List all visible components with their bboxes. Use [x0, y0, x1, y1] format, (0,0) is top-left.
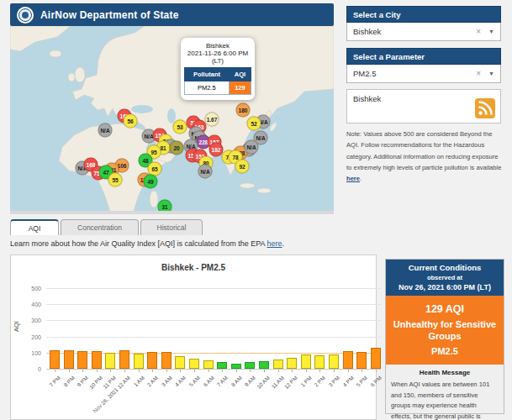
rss-city-box: Bishkek — [346, 89, 501, 123]
aqi-marker[interactable]: 1.67 — [205, 113, 219, 127]
rss-feed-icon[interactable] — [475, 98, 495, 118]
aqi-marker[interactable]: 53 — [173, 120, 187, 134]
y-tick-label: 300 — [19, 318, 41, 323]
tab-historical[interactable]: Historical — [140, 219, 203, 235]
health-message-block: Health Message When AQI values are betwe… — [386, 365, 504, 420]
select-city-header: Select a City — [346, 6, 501, 23]
x-tick-mark — [152, 370, 153, 372]
aqi-marker[interactable]: 55 — [108, 173, 123, 187]
gridline — [46, 337, 381, 338]
airnow-page: AirNow Department of State — [0, 0, 512, 420]
note-here-link[interactable]: here — [346, 175, 360, 182]
x-tick-mark — [319, 370, 320, 372]
x-tick-mark — [180, 370, 181, 372]
current-conditions-header: Current Conditions observed at Nov 26, 2… — [386, 260, 504, 296]
x-tick-label: 7 PM — [48, 375, 61, 388]
aqi-bar[interactable] — [50, 350, 60, 369]
x-tick-label: 9 AM — [244, 375, 256, 387]
current-conditions-title: Current Conditions — [388, 263, 502, 272]
x-tick-label: 4 PM — [341, 375, 355, 388]
popup-aqi-header: AQI — [229, 68, 251, 81]
popup-datetime: 2021-11-26 6:00 PM — [184, 50, 251, 57]
aqi-marker[interactable]: 180 — [236, 103, 251, 118]
aqi-bar[interactable] — [259, 361, 269, 369]
aqi-bar[interactable] — [343, 351, 353, 369]
aqi-bar[interactable] — [175, 356, 185, 369]
learn-more-suffix: . — [282, 239, 285, 248]
aqi-bar[interactable] — [329, 354, 339, 369]
aqi-bar[interactable] — [231, 364, 241, 369]
aqi-bar[interactable] — [134, 354, 144, 369]
select-parameter-header: Select a Parameter — [346, 48, 501, 65]
x-tick-mark — [362, 370, 362, 372]
rss-city-label: Bishkek — [353, 94, 381, 103]
popup-aqi-value: 129 — [229, 81, 251, 95]
aqi-bar[interactable] — [371, 348, 381, 369]
aqi-marker[interactable]: 31 — [158, 200, 172, 214]
x-tick-label: 8 PM — [62, 375, 76, 388]
aqi-bar[interactable] — [217, 362, 227, 369]
x-tick-mark — [97, 370, 98, 372]
popup-table: Pollutant AQI PM2.5 129 — [184, 67, 251, 95]
aqi-marker[interactable]: N/A — [198, 165, 213, 179]
learn-more-body: Learn more about how the Air Quality Ind… — [10, 239, 267, 248]
aqi-marker[interactable]: 56 — [124, 114, 138, 129]
aqi-bar[interactable] — [161, 352, 172, 369]
city-clear-icon[interactable]: × — [476, 27, 481, 36]
aqi-bar[interactable] — [287, 358, 297, 369]
x-tick-mark — [334, 370, 335, 372]
aqi-marker[interactable]: 49 — [144, 175, 158, 189]
aqi-bar[interactable] — [119, 350, 129, 369]
tab-concentration[interactable]: Concentration — [61, 219, 139, 235]
city-select-value: Bishkek — [353, 27, 476, 36]
aqi-bar[interactable] — [203, 360, 214, 369]
aqi-marker[interactable]: 20 — [170, 141, 184, 155]
x-tick-label: 11 AM — [270, 375, 285, 390]
world-map[interactable]: 16756N/AN/A15474N/A812095486553511.67163… — [10, 26, 334, 214]
city-select[interactable]: Bishkek × ▼ — [346, 23, 501, 41]
aqi-chart-panel: Bishkek - PM2.5 AQI 01002003004005007 PM… — [10, 255, 377, 420]
learn-more-here-link[interactable]: here — [267, 239, 282, 248]
aqi-bar[interactable] — [301, 354, 311, 369]
aqi-bar[interactable] — [147, 352, 157, 369]
city-chevron-down-icon[interactable]: ▼ — [488, 29, 494, 34]
aqi-bar[interactable] — [314, 355, 325, 369]
x-tick-mark — [292, 370, 293, 372]
aqi-bar[interactable] — [92, 351, 102, 369]
aqi-marker[interactable]: 52 — [247, 117, 261, 131]
parameter-chevron-down-icon[interactable]: ▼ — [488, 71, 494, 76]
parameter-clear-icon[interactable]: × — [476, 69, 481, 78]
aqi-marker[interactable]: N/A — [245, 140, 259, 155]
aqi-bar[interactable] — [273, 360, 283, 369]
gridline — [46, 288, 381, 289]
x-tick-mark — [139, 370, 140, 372]
x-tick-mark — [306, 370, 307, 372]
aqi-bar[interactable] — [64, 350, 74, 369]
aqi-bar[interactable] — [245, 362, 255, 369]
x-tick-label: 3 AM — [160, 375, 172, 387]
app-title: AirNow Department of State — [40, 9, 179, 21]
dept-of-state-seal-icon — [17, 7, 34, 24]
x-tick-label: 8 AM — [230, 375, 242, 387]
y-tick-label: 500 — [19, 286, 41, 291]
observed-datetime: Nov 26, 2021 6:00 PM (LT) — [388, 283, 502, 291]
current-conditions-panel: Current Conditions observed at Nov 26, 2… — [385, 259, 504, 414]
x-tick-label: 6 AM — [202, 375, 214, 387]
x-tick-mark — [278, 370, 279, 372]
tab-aqi[interactable]: AQI — [10, 219, 59, 235]
aqi-marker[interactable]: 92 — [235, 160, 250, 174]
aqi-marker[interactable]: N/A — [98, 123, 113, 138]
aqi-bar[interactable] — [105, 353, 115, 369]
health-message-body: When AQI values are between 101 and 150,… — [391, 380, 499, 420]
parameter-select[interactable]: PM2.5 × ▼ — [346, 65, 501, 83]
x-tick-label: 1 PM — [299, 375, 313, 388]
x-tick-mark — [194, 370, 195, 372]
aqi-status-block: 129 AQI Unhealthy for Sensitive Groups P… — [386, 296, 504, 365]
aqi-bar[interactable] — [189, 359, 199, 369]
aqi-bar[interactable] — [77, 351, 87, 369]
aqi-bar[interactable] — [356, 352, 367, 369]
observed-at-label: observed at — [388, 274, 502, 281]
y-axis-label: AQI — [13, 302, 20, 352]
x-tick-mark — [82, 370, 83, 372]
x-tick-mark — [250, 370, 251, 372]
